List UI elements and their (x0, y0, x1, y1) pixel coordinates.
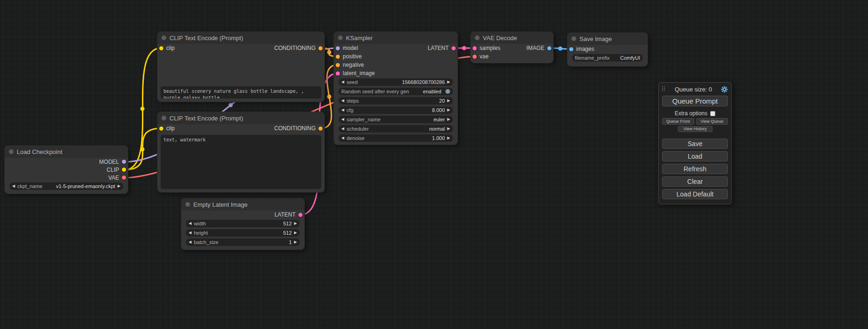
increment-icon[interactable]: ▶ (294, 231, 297, 235)
prompt-textarea[interactable]: text, watermark (161, 135, 321, 189)
output-dot-latent[interactable] (452, 46, 456, 50)
widget-steps[interactable]: ◀ steps 20 ▶ (339, 97, 453, 105)
settings-gear-icon[interactable] (721, 86, 728, 93)
input-dot-clip[interactable] (159, 126, 163, 131)
widget-value: 1 (289, 239, 292, 245)
increment-icon[interactable]: ▶ (447, 118, 450, 121)
widget-sampler-name[interactable]: ◀ sampler_name euler ▶ (339, 116, 453, 123)
widget-cfg[interactable]: ◀ cfg 8.000 ▶ (339, 106, 453, 114)
increment-icon[interactable]: ▶ (447, 127, 450, 131)
widget-name: sampler_name (346, 117, 381, 122)
widget-filename-prefix[interactable]: filename_prefix ComfyUI (572, 54, 643, 62)
increment-icon[interactable]: ▶ (447, 80, 450, 84)
collapse-dot-icon[interactable] (185, 202, 190, 207)
widget-seed[interactable]: ◀ seed 156680208700286 ▶ (339, 78, 453, 86)
collapse-dot-icon[interactable] (9, 149, 14, 154)
node-title-bar[interactable]: Load Checkpoint (5, 146, 128, 158)
increment-icon[interactable]: ▶ (447, 99, 450, 103)
widget-scheduler[interactable]: ◀ scheduler normal ▶ (339, 125, 453, 133)
input-dot-model[interactable] (336, 46, 340, 50)
input-slot-latent-image[interactable]: latent_image (334, 69, 458, 77)
input-dot-positive[interactable] (336, 55, 340, 59)
output-dot-conditioning[interactable] (318, 46, 323, 50)
increment-icon[interactable]: ▶ (294, 222, 297, 225)
decrement-icon[interactable]: ◀ (341, 80, 344, 84)
collapse-dot-icon[interactable] (162, 116, 166, 120)
input-dot-samples[interactable] (473, 46, 477, 50)
output-dot-image[interactable] (547, 46, 551, 50)
output-slot-vae[interactable]: VAE (5, 174, 128, 182)
input-dot-latent-image[interactable] (336, 71, 340, 76)
node-clip-text-encode-negative[interactable]: CLIP Text Encode (Prompt) clip CONDITION… (157, 112, 325, 192)
node-title-bar[interactable]: CLIP Text Encode (Prompt) (157, 112, 325, 124)
clear-button[interactable]: Clear (662, 176, 728, 187)
widget-height[interactable]: ◀ height 512 ▶ (186, 229, 300, 237)
save-button[interactable]: Save (662, 139, 728, 149)
decrement-icon[interactable]: ◀ (189, 231, 191, 235)
output-dot-clip[interactable] (122, 168, 126, 172)
node-save-image[interactable]: Save Image images filename_prefix ComfyU… (567, 33, 648, 66)
node-ksampler[interactable]: KSampler model LATENT positive negative … (334, 32, 458, 145)
node-title-bar[interactable]: Empty Latent Image (181, 198, 304, 210)
input-slot-negative[interactable]: negative (334, 61, 458, 69)
decrement-icon[interactable]: ◀ (12, 184, 15, 188)
prompt-textarea[interactable]: beautiful scenery nature glass bottle la… (161, 86, 321, 98)
node-title-bar[interactable]: CLIP Text Encode (Prompt) (157, 32, 325, 44)
output-dot-model[interactable] (122, 160, 126, 164)
increment-icon[interactable]: ▶ (447, 136, 450, 140)
decrement-icon[interactable]: ◀ (341, 118, 344, 121)
output-slot-latent[interactable]: LATENT (181, 210, 304, 219)
node-vae-decode[interactable]: VAE Decode samples IMAGE vae (471, 32, 553, 63)
node-load-checkpoint[interactable]: Load Checkpoint MODEL CLIP VAE ◀ ckpt_na… (5, 146, 128, 194)
node-title-bar[interactable]: KSampler (334, 32, 458, 44)
refresh-button[interactable]: Refresh (662, 164, 728, 174)
node-title: CLIP Text Encode (Prompt) (169, 115, 243, 122)
increment-icon[interactable]: ▶ (118, 184, 120, 188)
input-dot-negative[interactable] (336, 63, 340, 67)
output-slot-clip[interactable]: CLIP (5, 166, 128, 174)
decrement-icon[interactable]: ◀ (341, 136, 344, 140)
output-dot-conditioning[interactable] (318, 126, 323, 131)
view-history-button[interactable]: View History (678, 126, 713, 132)
output-dot-vae[interactable] (122, 175, 126, 180)
input-slot-images[interactable]: images (567, 45, 648, 53)
decrement-icon[interactable]: ◀ (189, 222, 191, 225)
input-dot-vae[interactable] (473, 55, 477, 59)
drag-handle-icon[interactable] (662, 86, 666, 92)
node-clip-text-encode-positive[interactable]: CLIP Text Encode (Prompt) clip CONDITION… (157, 32, 325, 102)
increment-icon[interactable]: ▶ (294, 240, 297, 244)
link-midpoint-dot (462, 46, 466, 50)
view-queue-button[interactable]: View Queue (696, 118, 728, 125)
widget-width[interactable]: ◀ width 512 ▶ (186, 220, 300, 227)
increment-icon[interactable]: ▶ (447, 108, 450, 112)
output-dot-latent[interactable] (298, 213, 303, 217)
collapse-dot-icon[interactable] (475, 35, 480, 40)
collapse-dot-icon[interactable] (572, 36, 576, 41)
widget-batch-size[interactable]: ◀ batch_size 1 ▶ (186, 238, 300, 246)
queue-front-button[interactable]: Queue Front (662, 118, 694, 125)
decrement-icon[interactable]: ◀ (341, 127, 344, 131)
input-slot-positive[interactable]: positive (334, 52, 458, 61)
collapse-dot-icon[interactable] (162, 35, 166, 40)
slot-label: CLIP (106, 167, 119, 173)
decrement-icon[interactable]: ◀ (341, 99, 344, 103)
toggle-icon[interactable] (445, 89, 450, 94)
input-dot-clip[interactable] (159, 46, 163, 50)
input-dot-images[interactable] (569, 47, 573, 51)
input-slot-vae[interactable]: vae (471, 52, 553, 61)
extra-options-checkbox[interactable] (710, 111, 715, 116)
queue-prompt-button[interactable]: Queue Prompt (662, 96, 728, 106)
widget-name: height (194, 230, 208, 236)
collapse-dot-icon[interactable] (338, 35, 343, 40)
output-slot-model[interactable]: MODEL (5, 158, 128, 166)
node-title-bar[interactable]: Save Image (567, 33, 648, 45)
widget-denoise[interactable]: ◀ denoise 1.000 ▶ (339, 134, 453, 142)
load-default-button[interactable]: Load Default (662, 189, 728, 199)
widget-ckpt-name[interactable]: ◀ ckpt_name v1-5-pruned-emaonly.ckpt ▶ (9, 182, 123, 190)
widget-seed-mode[interactable]: Random seed after every gen enabled (339, 88, 453, 95)
decrement-icon[interactable]: ◀ (341, 108, 344, 112)
load-button[interactable]: Load (662, 151, 728, 161)
node-title-bar[interactable]: VAE Decode (471, 32, 553, 44)
node-empty-latent-image[interactable]: Empty Latent Image LATENT ◀ width 512 ▶ … (181, 198, 304, 250)
decrement-icon[interactable]: ◀ (189, 240, 191, 244)
